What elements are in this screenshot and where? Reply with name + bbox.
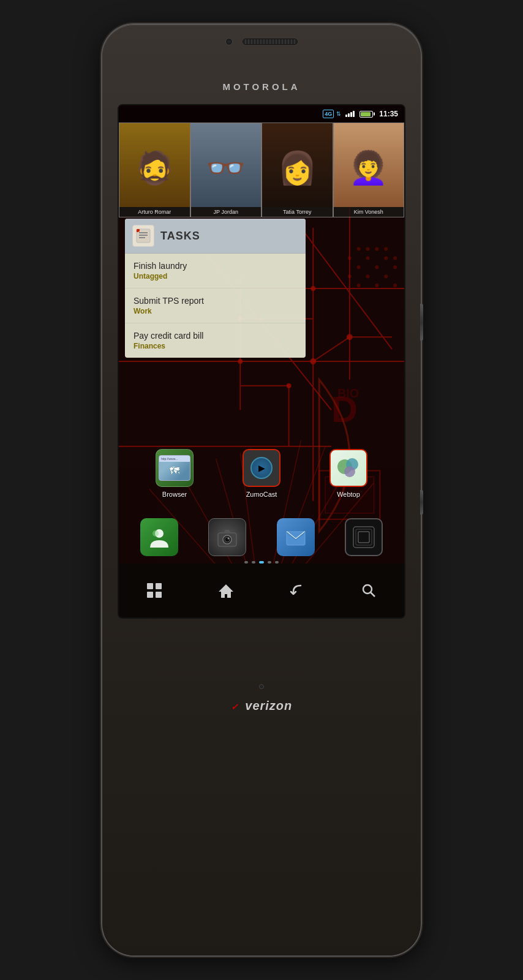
task-tag-0: Untagged	[134, 272, 297, 281]
svg-point-31	[348, 274, 352, 278]
task-item-0[interactable]: Finish laundry Untagged	[125, 254, 306, 288]
contacts-dock-icon	[140, 518, 178, 556]
nav-home-button[interactable]	[208, 575, 244, 606]
svg-point-58	[344, 466, 355, 477]
svg-point-15	[310, 358, 316, 364]
brand-name: MOTOROLA	[222, 81, 300, 92]
microphone	[259, 684, 264, 689]
browser-icon: http://www... 🗺	[156, 449, 194, 487]
app-row: http://www... 🗺 Browser ▶ ZumoCast	[119, 449, 404, 498]
svg-point-20	[238, 359, 243, 364]
tasks-icon: ✓	[132, 225, 154, 247]
signal-bar-1	[345, 115, 347, 117]
task-tag-1: Work	[134, 307, 297, 315]
zumocast-icon: ▶	[243, 449, 280, 487]
browser-content: 🗺	[159, 462, 190, 480]
screen: D BIO 4G ⇅ 11:35	[118, 104, 405, 619]
task-name-2: Pay credit card bill	[134, 331, 297, 341]
svg-point-29	[384, 247, 388, 251]
contact-arturo[interactable]: 🧔 Arturo Romar	[119, 123, 190, 217]
app-zumocast[interactable]: ▶ ZumoCast	[243, 449, 280, 498]
svg-point-60	[152, 530, 159, 537]
carrier-name: verizon	[245, 699, 292, 712]
svg-point-23	[366, 256, 370, 260]
tasks-widget: ✓ TASKS Finish laundry Untagged Submit T…	[125, 219, 306, 358]
svg-text:BIO: BIO	[337, 386, 359, 400]
app-webtop[interactable]: Webtop	[329, 449, 367, 498]
svg-point-34	[375, 284, 378, 287]
svg-point-28	[375, 247, 378, 251]
svg-point-24	[375, 265, 378, 269]
status-bar: 4G ⇅ 11:35	[119, 105, 404, 123]
zumocast-label: ZumoCast	[246, 491, 277, 498]
webtop-label: Webtop	[337, 491, 360, 498]
svg-point-65	[228, 538, 230, 540]
status-icons: 4G ⇅ 11:35	[323, 110, 398, 118]
svg-point-26	[357, 247, 361, 251]
dock-camera[interactable]	[208, 518, 246, 556]
email-dock-icon	[277, 518, 315, 556]
svg-rect-73	[156, 583, 162, 589]
contact-photo-jp: 👓	[191, 123, 262, 207]
volume-button[interactable]	[420, 304, 423, 341]
svg-rect-53	[139, 237, 145, 238]
app-browser[interactable]: http://www... 🗺 Browser	[156, 449, 194, 498]
svg-line-77	[371, 592, 375, 597]
phone-device: MOTOROLA	[102, 24, 421, 956]
svg-point-22	[357, 265, 361, 269]
dock-verizon[interactable]	[345, 518, 383, 556]
data-arrows: ⇅	[336, 111, 341, 117]
browser-url-bar: http://www...	[159, 456, 190, 462]
signal-bar-2	[348, 113, 350, 117]
contact-tatia[interactable]: 👩 Tatia Torrey	[262, 123, 333, 217]
front-camera	[225, 38, 233, 45]
signal-strength	[345, 111, 355, 117]
svg-point-30	[393, 256, 397, 260]
battery-indicator	[359, 111, 373, 118]
signal-bar-3	[350, 112, 352, 117]
svg-point-37	[393, 284, 397, 287]
signal-bar-4	[353, 111, 355, 117]
svg-point-16	[347, 334, 353, 340]
svg-text:✓: ✓	[138, 230, 140, 233]
svg-point-36	[393, 265, 397, 269]
play-button: ▶	[250, 457, 273, 479]
camera-dock-icon	[208, 518, 246, 556]
bottom-bezel: ✓ verizon	[102, 619, 421, 778]
contact-name-jp: JP Jordan	[191, 207, 262, 217]
nav-search-button[interactable]	[350, 575, 387, 606]
svg-point-76	[363, 585, 372, 594]
contact-photo-kim: 👩‍🦱	[334, 123, 404, 207]
contact-kim[interactable]: 👩‍🦱 Kim Vonesh	[333, 123, 405, 217]
power-button[interactable]	[420, 490, 423, 514]
task-item-2[interactable]: Pay credit card bill Finances	[125, 323, 306, 358]
svg-rect-72	[147, 583, 153, 589]
tasks-header: ✓ TASKS	[125, 219, 306, 254]
svg-rect-51	[139, 232, 148, 233]
svg-point-27	[366, 247, 370, 251]
nav-back-button[interactable]	[279, 575, 315, 606]
contact-jp[interactable]: 👓 JP Jordan	[190, 123, 262, 217]
svg-point-18	[287, 383, 292, 388]
svg-point-21	[348, 256, 352, 260]
clock: 11:35	[379, 110, 398, 118]
earpiece	[243, 39, 298, 45]
webtop-icon	[329, 449, 367, 487]
contact-photo-tatia: 👩	[262, 123, 333, 207]
task-tag-2: Finances	[134, 342, 297, 350]
svg-rect-69	[353, 527, 374, 548]
contacts-strip: 🧔 Arturo Romar 👓 JP Jordan 👩 Tatia Torre…	[119, 123, 404, 217]
contact-name-arturo: Arturo Romar	[119, 207, 190, 217]
dock-contacts[interactable]	[140, 518, 178, 556]
carrier-logo: ✓ verizon	[231, 699, 293, 713]
top-bezel: MOTOROLA	[102, 24, 421, 104]
verizon-check: ✓	[231, 702, 239, 712]
svg-rect-74	[147, 592, 153, 598]
dock-email[interactable]	[277, 518, 315, 556]
nav-apps-button[interactable]	[136, 575, 173, 606]
task-name-0: Finish laundry	[134, 261, 297, 271]
task-item-1[interactable]: Submit TPS report Work	[125, 288, 306, 323]
svg-point-19	[310, 286, 315, 291]
top-sensors	[206, 38, 317, 45]
svg-rect-75	[156, 592, 162, 598]
